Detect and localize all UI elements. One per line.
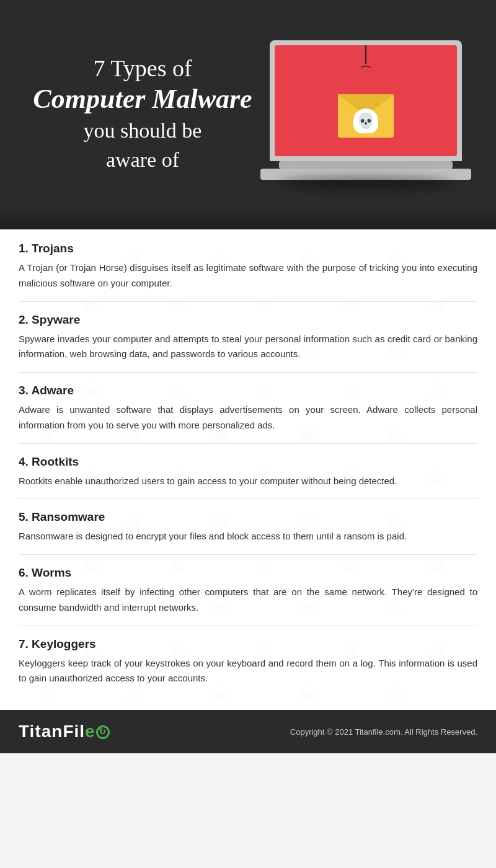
malware-description: Spyware invades your computer and attemp… [19,332,477,363]
header-line2: Computer Malware [25,83,260,116]
header-line1: 7 Types of [25,55,260,83]
malware-description: A Trojan (or Trojan Horse) disguises its… [19,260,477,291]
laptop-keyboard [279,161,453,169]
malware-item: 2. SpywareSpyware invades your computer … [19,313,477,373]
content-inner: 1. TrojansA Trojan (or Trojan Horse) dis… [19,242,477,686]
header-shadow [0,205,496,229]
envelope-wrap: 💀 [338,94,394,138]
header-line3: you should be aware of [25,116,260,175]
laptop-shadow [279,177,453,189]
header-title-block: 7 Types of Computer Malware you should b… [25,55,260,175]
malware-title: 1. Trojans [19,242,477,255]
malware-description: Keyloggers keep track of your keystrokes… [19,656,477,687]
malware-item: 3. AdwareAdware is unwanted software tha… [19,384,477,444]
malware-title: 7. Keyloggers [19,637,477,651]
section-divider [19,372,477,373]
header-section: 7 Types of Computer Malware you should b… [0,0,496,229]
malware-item: 5. RansomwareRansomware is designed to e… [19,510,477,555]
section-divider [19,626,477,626]
footer-section: TitanFile Copyright © 2021 Titanfile.com… [0,710,496,753]
envelope-skull: 💀 [353,108,378,133]
laptop: ⌒ 💀 [260,40,471,189]
malware-item: 6. WormsA worm replicates itself by infe… [19,566,477,626]
hook-shape: ⌒ [360,64,371,79]
section-divider [19,443,477,444]
content-section: ☠ ☠ ☠ ☠ ☠ ☠ ☠ ☠ ☠ ☠ ☠ ☠ ☠ ☠ ☠ ☠ ☠ ☠ ☠ ☠ … [0,229,496,710]
malware-title: 6. Worms [19,566,477,580]
malware-item: 1. TrojansA Trojan (or Trojan Horse) dis… [19,242,477,302]
malware-item: 7. KeyloggersKeyloggers keep track of yo… [19,637,477,687]
malware-item: 4. RootkitsRootkits enable unauthorized … [19,455,477,500]
hook-container: ⌒ 💀 [338,45,394,138]
section-divider [19,301,477,302]
footer-copyright: Copyright © 2021 Titanfile.com. All Righ… [290,727,477,737]
hook-rope [365,45,366,64]
laptop-screen-outer: ⌒ 💀 [270,40,462,161]
malware-title: 5. Ransomware [19,510,477,524]
malware-title: 2. Spyware [19,313,477,327]
malware-description: Rootkits enable unauthorized users to ga… [19,474,477,489]
malware-description: A worm replicates itself by infecting ot… [19,585,477,616]
envelope: 💀 [338,94,394,138]
logo-icon [96,725,110,739]
malware-title: 4. Rootkits [19,455,477,469]
laptop-screen-inner: ⌒ 💀 [275,45,457,156]
footer-logo: TitanFile [19,722,110,742]
malware-description: Ransomware is designed to encrypt your f… [19,529,477,544]
section-divider [19,554,477,555]
logo-suffix: e [85,722,95,741]
skull-icon: 💀 [356,113,375,128]
laptop-illustration: ⌒ 💀 [260,40,471,189]
malware-description: Adware is unwanted software that display… [19,402,477,433]
section-divider [19,498,477,499]
logo-text: TitanFil [19,722,85,741]
malware-title: 3. Adware [19,384,477,397]
